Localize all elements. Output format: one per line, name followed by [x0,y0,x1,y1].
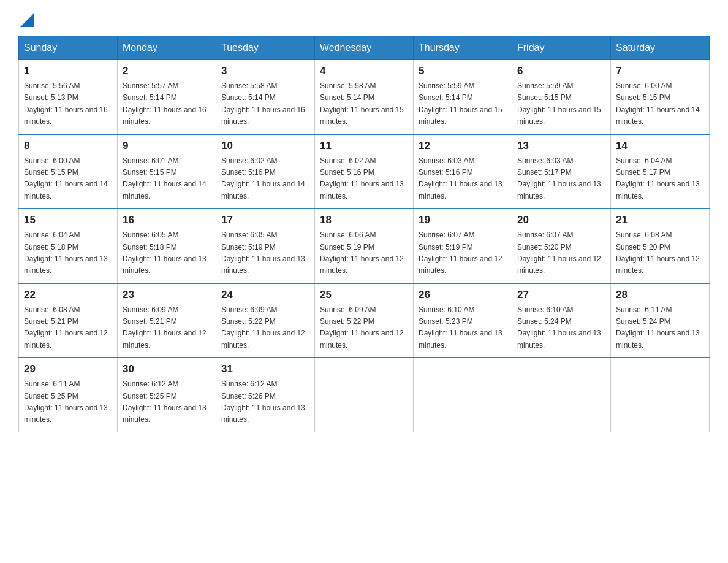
day-number: 30 [123,363,211,375]
day-number: 26 [419,289,507,301]
calendar-cell: 27 Sunrise: 6:10 AMSunset: 5:24 PMDaylig… [512,283,611,358]
calendar-cell: 25 Sunrise: 6:09 AMSunset: 5:22 PMDaylig… [315,283,414,358]
logo-triangle-icon [20,13,34,27]
day-info: Sunrise: 5:56 AMSunset: 5:13 PMDaylight:… [24,82,108,126]
day-info: Sunrise: 6:09 AMSunset: 5:22 PMDaylight:… [221,305,305,350]
calendar-cell: 14 Sunrise: 6:04 AMSunset: 5:17 PMDaylig… [611,134,710,209]
calendar-cell: 16 Sunrise: 6:05 AMSunset: 5:18 PMDaylig… [118,209,216,283]
calendar-header-saturday: Saturday [611,36,710,60]
day-number: 6 [517,65,605,77]
day-number: 5 [419,65,507,77]
calendar-cell: 1 Sunrise: 5:56 AMSunset: 5:13 PMDayligh… [19,60,118,134]
logo [18,12,34,25]
calendar-table: SundayMondayTuesdayWednesdayThursdayFrid… [18,36,710,432]
day-number: 13 [517,140,605,152]
day-info: Sunrise: 6:00 AMSunset: 5:15 PMDaylight:… [616,82,700,126]
calendar-cell: 18 Sunrise: 6:06 AMSunset: 5:19 PMDaylig… [315,209,414,283]
day-number: 14 [616,140,704,152]
calendar-cell: 31 Sunrise: 6:12 AMSunset: 5:26 PMDaylig… [216,358,315,432]
calendar-cell: 3 Sunrise: 5:58 AMSunset: 5:14 PMDayligh… [216,60,315,134]
day-info: Sunrise: 6:07 AMSunset: 5:19 PMDaylight:… [419,231,502,275]
day-info: Sunrise: 6:08 AMSunset: 5:20 PMDaylight:… [616,231,700,275]
calendar-cell: 20 Sunrise: 6:07 AMSunset: 5:20 PMDaylig… [512,209,611,283]
page-header [18,12,710,25]
day-number: 20 [517,214,605,226]
day-number: 3 [221,65,309,77]
day-info: Sunrise: 6:07 AMSunset: 5:20 PMDaylight:… [517,231,601,275]
calendar-cell: 23 Sunrise: 6:09 AMSunset: 5:21 PMDaylig… [118,283,216,358]
day-info: Sunrise: 5:58 AMSunset: 5:14 PMDaylight:… [221,82,305,126]
day-info: Sunrise: 6:01 AMSunset: 5:15 PMDaylight:… [123,156,207,201]
day-number: 25 [320,289,408,301]
calendar-cell: 19 Sunrise: 6:07 AMSunset: 5:19 PMDaylig… [414,209,512,283]
calendar-header-friday: Friday [512,36,611,60]
day-number: 12 [419,140,507,152]
calendar-cell: 30 Sunrise: 6:12 AMSunset: 5:25 PMDaylig… [118,358,216,432]
calendar-cell: 2 Sunrise: 5:57 AMSunset: 5:14 PMDayligh… [118,60,216,134]
day-info: Sunrise: 6:10 AMSunset: 5:24 PMDaylight:… [517,305,601,350]
day-number: 23 [123,289,211,301]
calendar-cell: 17 Sunrise: 6:05 AMSunset: 5:19 PMDaylig… [216,209,315,283]
calendar-header-sunday: Sunday [19,36,118,60]
day-info: Sunrise: 5:58 AMSunset: 5:14 PMDaylight:… [320,82,404,126]
day-info: Sunrise: 5:57 AMSunset: 5:14 PMDaylight:… [123,82,207,126]
day-info: Sunrise: 6:02 AMSunset: 5:16 PMDaylight:… [320,156,404,201]
day-number: 28 [616,289,704,301]
calendar-cell [611,358,710,432]
calendar-cell: 4 Sunrise: 5:58 AMSunset: 5:14 PMDayligh… [315,60,414,134]
calendar-cell: 12 Sunrise: 6:03 AMSunset: 5:16 PMDaylig… [414,134,512,209]
calendar-header-thursday: Thursday [414,36,512,60]
calendar-week-row: 1 Sunrise: 5:56 AMSunset: 5:13 PMDayligh… [19,60,710,134]
calendar-cell [315,358,414,432]
day-number: 19 [419,214,507,226]
day-info: Sunrise: 6:05 AMSunset: 5:19 PMDaylight:… [221,231,305,275]
day-info: Sunrise: 6:04 AMSunset: 5:17 PMDaylight:… [616,156,700,201]
calendar-cell: 28 Sunrise: 6:11 AMSunset: 5:24 PMDaylig… [611,283,710,358]
day-info: Sunrise: 6:09 AMSunset: 5:22 PMDaylight:… [320,305,404,350]
day-number: 15 [24,214,112,226]
calendar-header-row: SundayMondayTuesdayWednesdayThursdayFrid… [19,36,710,60]
day-number: 21 [616,214,704,226]
day-number: 9 [123,140,211,152]
day-info: Sunrise: 6:04 AMSunset: 5:18 PMDaylight:… [24,231,108,275]
day-info: Sunrise: 5:59 AMSunset: 5:15 PMDaylight:… [517,82,601,126]
day-number: 24 [221,289,309,301]
day-number: 18 [320,214,408,226]
day-number: 22 [24,289,112,301]
day-number: 11 [320,140,408,152]
day-number: 1 [24,65,112,77]
day-number: 2 [123,65,211,77]
calendar-cell: 5 Sunrise: 5:59 AMSunset: 5:14 PMDayligh… [414,60,512,134]
day-info: Sunrise: 6:09 AMSunset: 5:21 PMDaylight:… [123,305,207,350]
calendar-header-wednesday: Wednesday [315,36,414,60]
day-info: Sunrise: 6:11 AMSunset: 5:24 PMDaylight:… [616,305,700,350]
calendar-cell: 15 Sunrise: 6:04 AMSunset: 5:18 PMDaylig… [19,209,118,283]
calendar-week-row: 29 Sunrise: 6:11 AMSunset: 5:25 PMDaylig… [19,358,710,432]
calendar-cell [414,358,512,432]
calendar-cell: 9 Sunrise: 6:01 AMSunset: 5:15 PMDayligh… [118,134,216,209]
day-info: Sunrise: 6:06 AMSunset: 5:19 PMDaylight:… [320,231,404,275]
calendar-week-row: 22 Sunrise: 6:08 AMSunset: 5:21 PMDaylig… [19,283,710,358]
calendar-cell: 26 Sunrise: 6:10 AMSunset: 5:23 PMDaylig… [414,283,512,358]
day-number: 8 [24,140,112,152]
day-info: Sunrise: 6:11 AMSunset: 5:25 PMDaylight:… [24,380,108,424]
day-number: 16 [123,214,211,226]
calendar-cell: 22 Sunrise: 6:08 AMSunset: 5:21 PMDaylig… [19,283,118,358]
calendar-cell: 11 Sunrise: 6:02 AMSunset: 5:16 PMDaylig… [315,134,414,209]
day-info: Sunrise: 6:12 AMSunset: 5:25 PMDaylight:… [123,380,207,424]
day-number: 31 [221,363,309,375]
day-number: 29 [24,363,112,375]
calendar-cell: 7 Sunrise: 6:00 AMSunset: 5:15 PMDayligh… [611,60,710,134]
calendar-cell: 10 Sunrise: 6:02 AMSunset: 5:16 PMDaylig… [216,134,315,209]
day-info: Sunrise: 6:08 AMSunset: 5:21 PMDaylight:… [24,305,108,350]
day-info: Sunrise: 6:05 AMSunset: 5:18 PMDaylight:… [123,231,207,275]
calendar-cell: 8 Sunrise: 6:00 AMSunset: 5:15 PMDayligh… [19,134,118,209]
calendar-header-tuesday: Tuesday [216,36,315,60]
day-info: Sunrise: 5:59 AMSunset: 5:14 PMDaylight:… [419,82,502,126]
calendar-cell: 6 Sunrise: 5:59 AMSunset: 5:15 PMDayligh… [512,60,611,134]
day-number: 4 [320,65,408,77]
day-number: 17 [221,214,309,226]
day-info: Sunrise: 6:10 AMSunset: 5:23 PMDaylight:… [419,305,502,350]
day-number: 10 [221,140,309,152]
calendar-week-row: 15 Sunrise: 6:04 AMSunset: 5:18 PMDaylig… [19,209,710,283]
